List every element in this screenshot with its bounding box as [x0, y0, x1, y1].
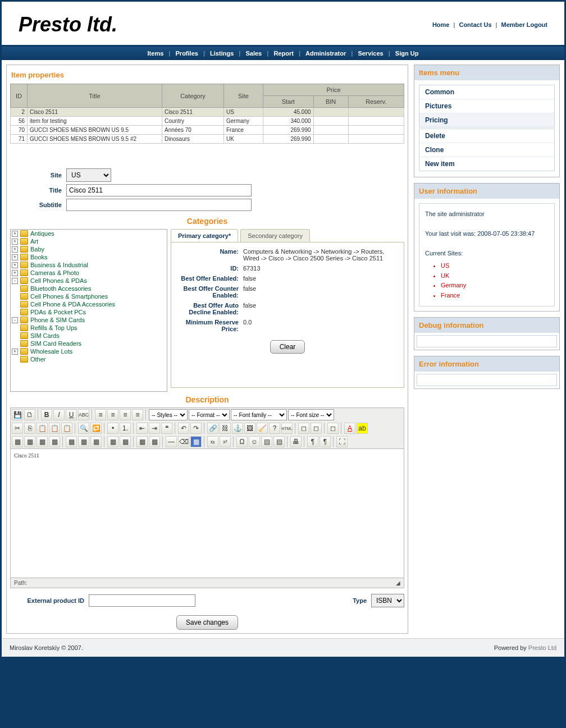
strike-icon[interactable]: ABC — [78, 409, 89, 420]
paste-word-icon[interactable]: 📋 — [61, 423, 72, 434]
number-list-icon[interactable]: 1. — [120, 423, 131, 434]
fullscreen-icon[interactable]: ⛶ — [336, 436, 348, 447]
new-doc-icon[interactable]: 🗋 — [24, 409, 35, 420]
collapse-icon[interactable]: - — [12, 317, 18, 323]
ltr-icon[interactable]: ¶ — [307, 436, 318, 447]
outdent-icon[interactable]: ⇤ — [136, 423, 148, 434]
menu-new-item[interactable]: New item — [419, 157, 554, 171]
logout-link[interactable]: Member Logout — [501, 21, 548, 28]
nav-report[interactable]: Report — [270, 50, 296, 57]
table-row[interactable]: 56 item for testing Country Germany 340.… — [11, 117, 404, 126]
expand-icon[interactable]: + — [12, 246, 18, 253]
col-price[interactable]: Price — [263, 84, 404, 96]
expand-icon[interactable]: + — [12, 349, 18, 355]
subscript-icon[interactable]: x₂ — [207, 436, 218, 447]
save-button[interactable]: Save changes — [176, 615, 238, 630]
tree-node[interactable]: -Cell Phones & PDAs — [11, 277, 167, 285]
undo-icon[interactable]: ↶ — [178, 423, 189, 434]
tool-icon[interactable]: ◻ — [311, 423, 322, 434]
menu-clone[interactable]: Clone — [419, 143, 554, 157]
clear-button[interactable]: Clear — [270, 340, 305, 354]
rtl-icon[interactable]: ¶ — [319, 436, 331, 447]
tree-node[interactable]: PDAs & Pocket PCs — [11, 308, 167, 316]
table-delete-col-icon[interactable]: ▦ — [90, 436, 102, 447]
type-select[interactable]: ISBN — [371, 594, 404, 607]
tree-node[interactable]: Other — [11, 355, 167, 363]
tree-node[interactable]: +Wholesale Lots — [11, 347, 167, 355]
fontfamily-select[interactable]: -- Font family -- — [231, 409, 287, 420]
tree-node[interactable]: +Cameras & Photo — [11, 269, 167, 277]
table-row[interactable]: 2 Cisco 2511 Cisco 2511 US 45.000 — [11, 108, 404, 117]
help-icon[interactable]: ? — [269, 423, 280, 434]
table-row-after-icon[interactable]: ▦ — [36, 436, 48, 447]
nav-profiles[interactable]: Profiles — [172, 50, 202, 57]
table-split-icon[interactable]: ▦ — [107, 436, 118, 447]
blockquote-icon[interactable]: ❝ — [161, 423, 172, 434]
flash-icon[interactable]: ▤ — [273, 436, 285, 447]
tree-node[interactable]: SIM Cards — [11, 332, 167, 340]
table-cell-props-icon[interactable]: ▦ — [149, 436, 160, 447]
table-row[interactable]: 70 GUCCI SHOES MENS BROWN US 9.5 Années … — [11, 126, 404, 135]
category-tree[interactable]: +Antiques+Art+Baby+Books+Business & Indu… — [10, 229, 167, 392]
expand-icon[interactable]: + — [12, 270, 18, 276]
nav-listings[interactable]: Listings — [207, 50, 237, 57]
media-icon[interactable]: ▤ — [261, 436, 272, 447]
table-icon[interactable]: ▦ — [12, 436, 23, 447]
collapse-icon[interactable]: - — [12, 278, 18, 284]
tree-node[interactable]: Refills & Top Ups — [11, 324, 167, 332]
align-right-icon[interactable]: ≡ — [120, 409, 131, 420]
col-start[interactable]: Start — [263, 96, 314, 108]
remove-format-icon[interactable]: ⌫ — [178, 436, 189, 447]
col-title[interactable]: Title — [28, 84, 162, 108]
nav-signup[interactable]: Sign Up — [392, 50, 422, 57]
tree-node[interactable]: +Antiques — [11, 230, 167, 237]
emoticon-icon[interactable]: ☺ — [249, 436, 260, 447]
backcolor-icon[interactable]: ab — [357, 423, 368, 434]
tree-node[interactable]: Bluetooth Accessories — [11, 285, 167, 292]
cleanup-icon[interactable]: 🧹 — [257, 423, 268, 434]
expand-icon[interactable]: + — [12, 254, 18, 260]
home-link[interactable]: Home — [432, 21, 450, 28]
image-icon[interactable]: 🖼 — [244, 423, 255, 434]
styles-select[interactable]: -- Styles -- — [149, 409, 188, 420]
align-left-icon[interactable]: ≡ — [95, 409, 106, 420]
copy-icon[interactable]: ⎘ — [24, 423, 35, 434]
col-reserv[interactable]: Reserv. — [348, 96, 404, 108]
col-site[interactable]: Site — [224, 84, 263, 108]
hr-icon[interactable]: — — [166, 436, 177, 447]
align-justify-icon[interactable]: ≡ — [132, 409, 143, 420]
save-icon[interactable]: 💾 — [12, 409, 23, 420]
italic-icon[interactable]: I — [53, 409, 65, 420]
indent-icon[interactable]: ⇥ — [149, 423, 160, 434]
redo-icon[interactable]: ↷ — [190, 423, 202, 434]
tree-node[interactable]: +Art — [11, 237, 167, 245]
print-icon[interactable]: 🖶 — [290, 436, 302, 447]
tool-icon[interactable]: ◻ — [298, 423, 309, 434]
charmap-icon[interactable]: Ω — [236, 436, 248, 447]
table-delete-row-icon[interactable]: ▦ — [49, 436, 60, 447]
forecolor-icon[interactable]: A — [344, 423, 355, 434]
cut-icon[interactable]: ✂ — [12, 423, 23, 434]
resize-handle-icon[interactable]: ◢ — [396, 580, 400, 586]
col-category[interactable]: Category — [162, 84, 224, 108]
tree-node[interactable]: +Books — [11, 253, 167, 261]
unlink-icon[interactable]: ⛓ — [220, 423, 231, 434]
nav-services[interactable]: Services — [354, 50, 386, 57]
expand-icon[interactable]: + — [12, 231, 18, 237]
table-col-before-icon[interactable]: ▦ — [66, 436, 77, 447]
nav-sales[interactable]: Sales — [242, 50, 265, 57]
menu-pictures[interactable]: Pictures — [419, 99, 554, 113]
external-id-input[interactable] — [89, 594, 195, 607]
replace-icon[interactable]: 🔁 — [90, 423, 102, 434]
site-select[interactable]: US — [66, 168, 111, 182]
fontsize-select[interactable]: -- Font size -- — [288, 409, 334, 420]
anchor-icon[interactable]: ⚓ — [232, 423, 243, 434]
tab-primary-category[interactable]: Primary category* — [171, 229, 238, 242]
expand-icon[interactable]: + — [12, 262, 18, 268]
nav-items[interactable]: Items — [144, 50, 167, 57]
tab-secondary-category[interactable]: Secondary category — [240, 229, 310, 242]
table-props-icon[interactable]: ▦ — [136, 436, 148, 447]
tree-node[interactable]: Cell Phones & Smartphones — [11, 292, 167, 300]
superscript-icon[interactable]: x² — [220, 436, 231, 447]
underline-icon[interactable]: U — [66, 409, 77, 420]
